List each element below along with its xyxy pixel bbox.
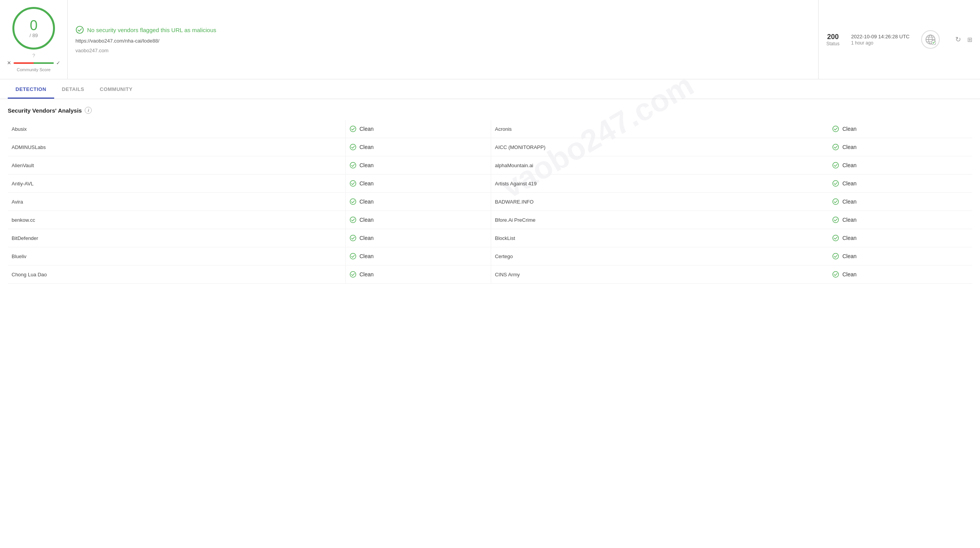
svg-point-13 — [833, 199, 839, 205]
svg-point-19 — [833, 253, 839, 259]
vendor-status-text-right: Clean — [842, 235, 857, 241]
svg-point-14 — [350, 217, 356, 223]
domain-line: vaobo247.com — [75, 48, 810, 53]
vendor-name-right: Certego — [491, 247, 828, 265]
vendor-status-text-right: Clean — [842, 162, 857, 168]
table-row: Antiy-AVL Clean Artists Against 419 Clea… — [8, 175, 972, 193]
top-bar: 0 / 89 ? ✕ ✓ Community Score No security… — [0, 0, 980, 79]
tab-details[interactable]: DETAILS — [54, 79, 92, 99]
tab-community[interactable]: COMMUNITY — [92, 79, 140, 99]
vendor-table: Abusix Clean Acronis Clean ADMINUSLabs — [8, 120, 972, 284]
vendor-status-left: Clean — [350, 162, 487, 169]
info-panel: No security vendors flagged this URL as … — [68, 0, 818, 79]
date-block: 2022-10-09 14:26:28 UTC 1 hour ago — [851, 34, 910, 46]
check-circle-icon-right — [832, 162, 839, 169]
tab-detection[interactable]: DETECTION — [8, 79, 54, 99]
check-circle-icon-left — [350, 271, 356, 278]
status-block: 200 Status — [826, 33, 840, 46]
community-score-label: Community Score — [17, 67, 50, 72]
vendor-status-right: Clean — [832, 144, 968, 151]
table-row: Blueliv Clean Certego Clean — [8, 247, 972, 265]
score-panel: 0 / 89 ? ✕ ✓ Community Score — [0, 0, 68, 79]
section-title-text: Security Vendors' Analysis — [8, 107, 82, 114]
svg-point-21 — [833, 272, 839, 277]
svg-point-20 — [350, 272, 356, 277]
refresh-icon[interactable]: ↻ — [955, 35, 961, 44]
check-circle-icon-right — [832, 180, 839, 187]
scan-ago: 1 hour ago — [851, 40, 910, 46]
svg-point-0 — [76, 26, 83, 33]
info-icon[interactable]: i — [85, 107, 92, 114]
score-denom: / 89 — [29, 33, 38, 38]
community-bar-wrap: ✕ ✓ — [4, 60, 63, 66]
vendor-status-text-left: Clean — [360, 162, 374, 168]
vendor-status-right: Clean — [832, 125, 968, 132]
scan-date: 2022-10-09 14:26:28 UTC — [851, 34, 910, 39]
table-row: benkow.cc Clean Bfore.Ai PreCrime Clean — [8, 211, 972, 229]
check-circle-icon-left — [350, 216, 356, 223]
vendor-status-left: Clean — [350, 198, 487, 205]
vendor-name-left: Antiy-AVL — [8, 175, 345, 193]
table-row: AlienVault Clean alphaMountain.ai Clean — [8, 156, 972, 175]
vendor-name-left: benkow.cc — [8, 211, 345, 229]
svg-point-5 — [833, 126, 839, 132]
vendor-status-left: Clean — [350, 216, 487, 223]
vendor-status-text-right: Clean — [842, 271, 857, 277]
qr-icon[interactable]: ⊞ — [967, 36, 972, 43]
vendor-name-left: Chong Lua Dao — [8, 265, 345, 284]
vendor-name-right: Artists Against 419 — [491, 175, 828, 193]
vendor-status-text-right: Clean — [842, 144, 857, 150]
check-circle-icon-left — [350, 125, 356, 132]
vendor-name-left: Abusix — [8, 120, 345, 138]
svg-point-8 — [350, 163, 356, 168]
svg-point-12 — [350, 199, 356, 205]
vendor-name-left: Avira — [8, 193, 345, 211]
vendor-name-right: AICC (MONITORAPP) — [491, 138, 828, 156]
vendor-status-text-right: Clean — [842, 199, 857, 205]
check-circle-icon-left — [350, 180, 356, 187]
check-circle-icon-right — [832, 271, 839, 278]
x-icon[interactable]: ✕ — [7, 60, 11, 66]
vendor-name-right: Bfore.Ai PreCrime — [491, 211, 828, 229]
table-row: BitDefender Clean BlockList Clean — [8, 229, 972, 247]
check-circle-icon-right — [832, 125, 839, 132]
section-title: Security Vendors' Analysis i — [8, 107, 972, 114]
vendor-name-right: BADWARE.INFO — [491, 193, 828, 211]
score-circle: 0 / 89 — [12, 7, 55, 50]
svg-point-7 — [833, 144, 839, 150]
tabs-bar: DETECTION DETAILS COMMUNITY — [0, 79, 980, 99]
vendor-status-right: Clean — [832, 271, 968, 278]
vendor-status-right: Clean — [832, 253, 968, 260]
vendor-status-text-right: Clean — [842, 253, 857, 259]
vendor-status-text-left: Clean — [360, 126, 374, 132]
main-content: vaobo247.com Security Vendors' Analysis … — [0, 99, 980, 291]
url-line: https://vaobo247.com/nha-cai/lode88/ — [75, 38, 810, 44]
vendor-name-left: AlienVault — [8, 156, 345, 175]
vendor-status-text-right: Clean — [842, 217, 857, 223]
community-bar — [14, 62, 54, 64]
table-row: ADMINUSLabs Clean AICC (MONITORAPP) Clea… — [8, 138, 972, 156]
svg-point-6 — [350, 144, 356, 150]
check-icon[interactable]: ✓ — [56, 60, 60, 66]
svg-point-10 — [350, 181, 356, 187]
check-circle-icon-left — [350, 144, 356, 151]
svg-point-4 — [350, 126, 356, 132]
vendor-name-right: Acronis — [491, 120, 828, 138]
vendor-status-text-left: Clean — [360, 217, 374, 223]
svg-point-16 — [350, 235, 356, 241]
vendor-status-left: Clean — [350, 144, 487, 151]
vendor-status-left: Clean — [350, 235, 487, 241]
vendor-status-right: Clean — [832, 198, 968, 205]
vendor-name-left: ADMINUSLabs — [8, 138, 345, 156]
vendor-status-right: Clean — [832, 216, 968, 223]
vendor-status-text-left: Clean — [360, 271, 374, 277]
check-circle-icon-left — [350, 235, 356, 241]
score-number: 0 — [30, 19, 38, 33]
status-code: 200 — [826, 33, 840, 41]
vendor-status-right: Clean — [832, 180, 968, 187]
check-circle-icon-right — [832, 253, 839, 260]
shield-check-icon — [75, 26, 84, 34]
vendor-name-right: BlockList — [491, 229, 828, 247]
vendor-status-text-left: Clean — [360, 253, 374, 259]
globe-icon[interactable] — [921, 30, 940, 49]
